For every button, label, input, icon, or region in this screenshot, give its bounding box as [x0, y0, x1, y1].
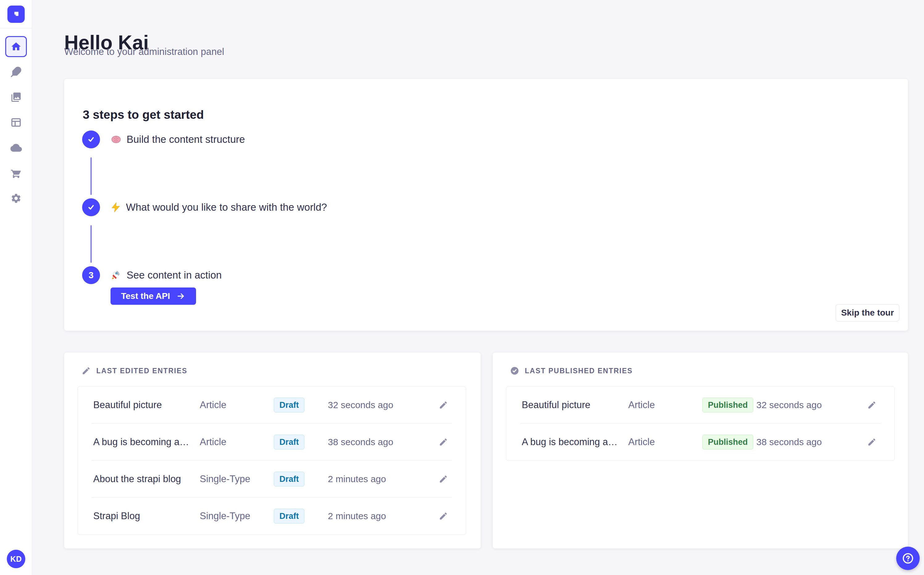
last-published-panel: LAST PUBLISHED ENTRIES Beautiful picture… [493, 353, 908, 548]
last-edited-header: LAST EDITED ENTRIES [81, 366, 187, 375]
step-1-label: Build the content structure [110, 130, 245, 148]
last-edited-title: LAST EDITED ENTRIES [96, 367, 187, 375]
entry-type: Article [628, 399, 703, 411]
last-edited-panel: LAST EDITED ENTRIES Beautiful picture Ar… [64, 353, 481, 548]
entry-type: Single-Type [200, 510, 274, 522]
entry-type: Article [200, 399, 274, 411]
status-badge: Draft [274, 509, 304, 524]
entry-time: 32 seconds ago [757, 400, 867, 410]
check-icon [86, 203, 96, 212]
step-2-status-circle [82, 199, 100, 216]
sidebar-item-media-library[interactable] [0, 87, 32, 107]
strapi-logo-icon[interactable] [7, 6, 25, 23]
entry-title: Beautiful picture [522, 399, 628, 411]
sidebar-item-settings[interactable] [0, 189, 32, 208]
table-row: About the strapi blog Single-Type Draft … [78, 461, 466, 497]
question-mark-icon [901, 551, 915, 565]
pencil-icon [867, 400, 876, 410]
step-3-label: See content in action [110, 266, 221, 284]
step-connector [91, 225, 92, 263]
entry-time: 2 minutes ago [328, 511, 439, 521]
edit-entry-button[interactable] [867, 400, 876, 410]
page-subtitle: Welcome to your administration panel [64, 46, 224, 57]
status-badge: Draft [274, 435, 304, 450]
arrow-right-icon [176, 292, 186, 301]
edit-entry-button[interactable] [867, 437, 876, 447]
step-2-label: What would you like to share with the wo… [110, 199, 327, 216]
entry-title: Strapi Blog [93, 510, 200, 522]
check-circle-icon [510, 366, 519, 375]
test-api-label: Test the API [121, 291, 170, 301]
cloud-icon [10, 142, 22, 154]
onboarding-card: 3 steps to get started Build the content… [64, 79, 908, 331]
sidebar-divider [0, 28, 32, 29]
step-3-number: 3 [89, 270, 94, 280]
test-api-button[interactable]: Test the API [110, 288, 196, 305]
onboarding-title: 3 steps to get started [83, 108, 204, 122]
table-row: Beautiful picture Article Draft 32 secon… [78, 386, 466, 424]
pencil-icon [867, 437, 876, 447]
sidebar-item-home[interactable] [5, 36, 27, 57]
status-badge: Draft [274, 472, 304, 486]
entry-time: 32 seconds ago [328, 400, 439, 410]
skip-tour-button[interactable]: Skip the tour [836, 304, 899, 321]
entry-title: A bug is becoming a… [522, 437, 628, 448]
pencil-icon [81, 366, 91, 375]
step-1-status-circle [82, 130, 100, 148]
sidebar-item-content-manager[interactable] [0, 62, 32, 82]
entry-type: Single-Type [200, 473, 274, 484]
status-badge: Published [703, 398, 753, 413]
brain-emoji-icon [110, 134, 122, 145]
entry-title: Beautiful picture [93, 399, 200, 411]
rocket-emoji-icon [110, 270, 122, 281]
step-2-text: What would you like to share with the wo… [126, 202, 327, 213]
table-row: Beautiful picture Article Published 32 s… [506, 386, 894, 424]
entry-title: A bug is becoming a… [93, 437, 200, 448]
entry-time: 2 minutes ago [328, 474, 439, 484]
last-published-table: Beautiful picture Article Published 32 s… [506, 386, 895, 461]
user-avatar[interactable]: KD [7, 550, 25, 568]
entry-time: 38 seconds ago [328, 437, 439, 447]
pencil-icon [439, 400, 448, 410]
edit-entry-button[interactable] [439, 400, 448, 410]
step-3-status-circle: 3 [82, 266, 100, 284]
check-icon [86, 135, 96, 144]
entry-type: Article [628, 437, 703, 448]
help-button[interactable] [896, 546, 920, 570]
step-connector [91, 157, 92, 195]
pencil-icon [439, 511, 448, 521]
media-library-icon [11, 92, 22, 103]
feather-icon [11, 66, 22, 78]
entry-type: Article [200, 437, 274, 448]
table-row: A bug is becoming a… Article Draft 38 se… [78, 424, 466, 461]
gear-icon [11, 193, 22, 204]
edit-entry-button[interactable] [439, 511, 448, 521]
layout-icon [11, 117, 22, 128]
status-badge: Draft [274, 398, 304, 413]
last-published-title: LAST PUBLISHED ENTRIES [525, 367, 632, 375]
cart-icon [11, 168, 22, 179]
edit-entry-button[interactable] [439, 475, 448, 484]
lightning-emoji-icon [110, 202, 121, 213]
edit-entry-button[interactable] [439, 437, 448, 447]
sidebar: KD [0, 0, 32, 575]
entry-time: 38 seconds ago [757, 437, 867, 447]
step-1-text: Build the content structure [127, 133, 245, 145]
last-published-header: LAST PUBLISHED ENTRIES [510, 366, 632, 375]
sidebar-item-cloud[interactable] [0, 138, 32, 158]
sidebar-item-content-type-builder[interactable] [0, 113, 32, 132]
last-edited-table: Beautiful picture Article Draft 32 secon… [78, 386, 466, 535]
step-3-text: See content in action [127, 269, 221, 281]
table-row: Strapi Blog Single-Type Draft 2 minutes … [78, 497, 466, 535]
strapi-logo-glyph [11, 9, 21, 19]
home-icon [11, 41, 22, 52]
pencil-icon [439, 475, 448, 484]
pencil-icon [439, 437, 448, 447]
table-row: A bug is becoming a… Article Published 3… [506, 424, 894, 461]
entry-title: About the strapi blog [93, 473, 200, 484]
sidebar-item-marketplace[interactable] [0, 164, 32, 183]
status-badge: Published [703, 435, 753, 450]
